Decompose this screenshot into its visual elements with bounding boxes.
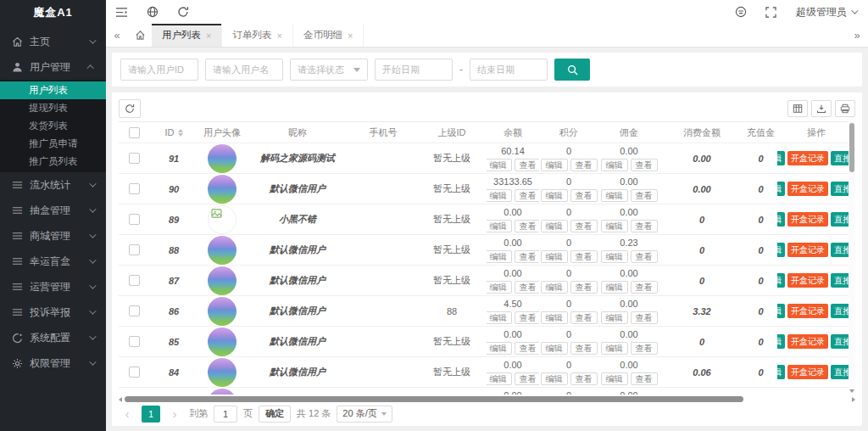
points-view-button[interactable]: 查看	[570, 372, 598, 385]
points-edit-button[interactable]: 编辑	[541, 250, 568, 263]
points-view-button[interactable]: 查看	[570, 342, 598, 355]
search-button[interactable]	[554, 59, 590, 81]
balance-edit-button[interactable]: 编辑	[487, 281, 512, 294]
sort-desc-icon[interactable]	[178, 133, 183, 137]
commission-edit-button[interactable]: 编辑	[601, 189, 628, 202]
horizontal-scrollbar[interactable]	[119, 395, 855, 403]
commission-edit-button[interactable]: 编辑	[601, 220, 628, 232]
admin-dropdown[interactable]: 超级管理员	[786, 5, 868, 20]
points-edit-button[interactable]: 编辑	[541, 311, 568, 324]
current-page-button[interactable]: 1	[142, 406, 160, 423]
notification-icon[interactable]	[726, 0, 756, 24]
commission-view-button[interactable]: 查看	[631, 281, 658, 294]
home-tab-icon[interactable]	[128, 24, 152, 47]
commission-edit-button[interactable]: 编辑	[601, 250, 628, 263]
points-view-button[interactable]: 查看	[570, 311, 598, 324]
row-checkbox[interactable]	[129, 214, 140, 225]
open-box-record-button[interactable]: 开盒记录	[787, 334, 828, 349]
balance-edit-button[interactable]: 编辑	[487, 342, 512, 355]
commission-view-button[interactable]: 查看	[631, 372, 658, 385]
select-all-checkbox[interactable]	[129, 127, 140, 138]
prev-page-button[interactable]: ‹	[119, 406, 136, 423]
sidebar-item-1[interactable]: 用户管理	[0, 54, 106, 80]
page-size-select[interactable]: 20 条/页	[337, 406, 392, 423]
points-view-button[interactable]: 查看	[570, 189, 598, 202]
sidebar-item-4[interactable]: 商城管理	[0, 223, 106, 249]
sidebar-item-8[interactable]: 系统配置	[0, 325, 106, 350]
globe-icon[interactable]	[137, 0, 168, 24]
user-id-input[interactable]	[120, 59, 198, 81]
tab-close-icon[interactable]: ×	[348, 31, 353, 41]
row-checkbox[interactable]	[129, 183, 140, 194]
open-box-record-button[interactable]: 开盒记录	[787, 151, 828, 165]
balance-view-button[interactable]: 查看	[515, 159, 540, 171]
table-refresh-button[interactable]	[119, 99, 141, 118]
scroll-right-arrow-icon[interactable]	[852, 397, 855, 402]
tab-close-icon[interactable]: ×	[206, 31, 211, 41]
edit-user-button[interactable]: 编辑	[777, 304, 785, 318]
tab-0[interactable]: 用户列表×	[152, 24, 222, 47]
points-edit-button[interactable]: 编辑	[541, 372, 568, 385]
sidebar-subitem-4[interactable]: 推广员列表	[0, 153, 106, 171]
balance-edit-button[interactable]: 编辑	[487, 311, 512, 324]
start-date-input[interactable]	[375, 59, 453, 81]
row-checkbox[interactable]	[129, 305, 140, 316]
open-box-record-button[interactable]: 开盒记录	[787, 243, 828, 257]
open-box-record-button[interactable]: 开盒记录	[787, 304, 828, 318]
vertical-scrollbar[interactable]	[849, 121, 855, 395]
commission-view-button[interactable]: 查看	[631, 250, 658, 263]
next-page-button[interactable]: ›	[166, 406, 183, 423]
points-view-button[interactable]: 查看	[570, 250, 598, 263]
balance-view-button[interactable]: 查看	[515, 189, 540, 202]
balance-edit-button[interactable]: 编辑	[487, 220, 512, 232]
balance-view-button[interactable]: 查看	[515, 372, 540, 385]
points-edit-button[interactable]: 编辑	[541, 220, 568, 232]
commission-view-button[interactable]: 查看	[631, 159, 658, 171]
sidebar-item-2[interactable]: 流水统计	[0, 172, 106, 198]
points-edit-button[interactable]: 编辑	[541, 342, 568, 355]
balance-view-button[interactable]: 查看	[515, 250, 540, 263]
commission-edit-button[interactable]: 编辑	[601, 281, 628, 294]
points-view-button[interactable]: 查看	[570, 281, 598, 294]
commission-edit-button[interactable]: 编辑	[601, 372, 628, 385]
tabs-forward-button[interactable]: »	[846, 24, 868, 47]
balance-edit-button[interactable]: 编辑	[487, 159, 512, 171]
balance-view-button[interactable]: 查看	[515, 281, 540, 294]
sidebar-item-9[interactable]: 权限管理	[0, 350, 106, 376]
print-button[interactable]	[835, 100, 855, 117]
commission-view-button[interactable]: 查看	[631, 342, 658, 355]
sidebar-subitem-3[interactable]: 推广员申请	[0, 135, 106, 153]
open-box-record-button[interactable]: 开盒记录	[787, 273, 828, 288]
horizontal-scrollbar-thumb[interactable]	[125, 396, 743, 402]
balance-view-button[interactable]: 查看	[515, 342, 540, 355]
row-checkbox[interactable]	[129, 336, 140, 347]
sidebar-item-5[interactable]: 幸运盲盒	[0, 249, 106, 274]
sidebar-subitem-1[interactable]: 提现列表	[0, 99, 106, 117]
commission-view-button[interactable]: 查看	[631, 220, 658, 232]
fullscreen-icon[interactable]	[756, 0, 786, 24]
points-view-button[interactable]: 查看	[570, 159, 598, 171]
sidebar-subitem-0[interactable]: 用户列表	[0, 81, 106, 99]
sidebar-item-0[interactable]: 主页	[0, 29, 106, 54]
sidebar-subitem-2[interactable]: 发货列表	[0, 117, 106, 135]
row-checkbox[interactable]	[129, 367, 140, 378]
edit-user-button[interactable]: 编辑	[777, 212, 785, 227]
balance-edit-button[interactable]: 编辑	[487, 372, 512, 385]
scroll-down-arrow-icon[interactable]	[849, 389, 854, 393]
columns-button[interactable]	[787, 100, 808, 117]
commission-view-button[interactable]: 查看	[631, 311, 658, 324]
sidebar-item-7[interactable]: 投诉举报	[0, 299, 106, 325]
row-checkbox[interactable]	[129, 275, 140, 286]
sort-icon[interactable]	[178, 129, 183, 137]
edit-user-button[interactable]: 编辑	[777, 243, 785, 257]
points-edit-button[interactable]: 编辑	[541, 281, 568, 294]
export-button[interactable]	[811, 100, 832, 117]
status-select[interactable]: 请选择状态	[290, 59, 368, 81]
sidebar-item-3[interactable]: 抽盒管理	[0, 198, 106, 223]
tabs-back-button[interactable]: «	[106, 24, 128, 47]
points-view-button[interactable]: 查看	[570, 220, 598, 232]
points-edit-button[interactable]: 编辑	[541, 189, 568, 202]
edit-user-button[interactable]: 编辑	[777, 182, 785, 196]
balance-view-button[interactable]: 查看	[515, 311, 540, 324]
points-edit-button[interactable]: 编辑	[541, 159, 568, 171]
